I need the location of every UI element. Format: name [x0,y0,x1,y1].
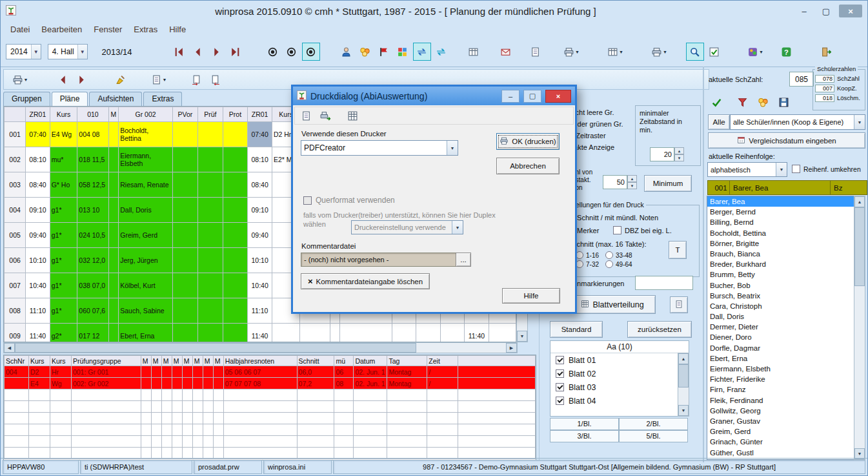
groups-button[interactable] [357,43,374,60]
mode-plan-a-button[interactable] [265,43,281,60]
nav-last-button[interactable] [227,43,244,60]
exam-row[interactable] [5,413,536,424]
exam-row[interactable]: 004D2Hr001: Gr 00105 06 06 0706,00602. J… [5,366,536,378]
blatt-item[interactable]: Blatt 03 [550,380,678,394]
schedule-cell[interactable]: 11:40 [26,324,50,343]
schedule-cell[interactable]: g1* [50,248,77,273]
tab-pläne[interactable]: Pläne [52,92,88,107]
stepper-up-icon[interactable]: ▲ [674,147,684,154]
menu-item-hilfe[interactable]: Hilfe [163,23,192,36]
menu-item-bearbeiten[interactable]: Bearbeiten [35,23,88,36]
schedule-cell[interactable]: 11:10 [26,298,50,324]
close-button[interactable]: × [839,5,862,17]
takte-radio[interactable]: 49-64 [605,260,632,269]
printer-select[interactable]: PDFCreator▼ [301,140,458,156]
stepper-down-icon[interactable]: ▼ [674,154,684,161]
schedule-cell[interactable] [197,122,223,147]
schedule-cell[interactable] [172,198,197,223]
schedule-cell[interactable]: 003 [5,172,26,198]
scroll-right-icon[interactable]: ▶ [506,343,517,353]
checkbox-icon[interactable] [556,356,564,364]
schedule-cell[interactable] [172,223,197,248]
schedule-cell[interactable] [172,324,197,343]
exit-button[interactable] [818,43,835,60]
design-button[interactable]: ▼ [743,43,768,60]
schedule-cell[interactable]: g1* [50,298,77,324]
scroll-down-icon[interactable]: ▼ [678,405,689,416]
dialog-close-button[interactable]: × [545,90,571,103]
radio-icon[interactable] [605,251,613,259]
student-list-item[interactable]: Ebert, Erna [707,353,855,364]
clean-button[interactable] [112,71,128,88]
students-button[interactable] [338,43,355,60]
per-sheet-button[interactable]: 5/Bl. [619,430,688,442]
nav-first-button[interactable] [171,43,188,60]
schedule-cell[interactable]: 10:10 [26,248,50,273]
schedule-cell[interactable] [197,324,223,343]
markierung-field[interactable] [635,276,693,290]
exam-row[interactable] [5,401,536,413]
minimize-button[interactable]: – [795,5,813,17]
schedule-cell[interactable]: 09:10 [248,198,272,223]
tab-gruppen[interactable]: Gruppen [3,92,50,106]
schedule-cell[interactable]: 10:40 [248,273,272,298]
schedule-cell[interactable]: 09:40 [248,223,272,248]
schedule-cell[interactable]: 002 [5,147,26,172]
schedule-cell[interactable] [108,298,119,324]
dialog-minimize-button[interactable]: – [501,90,520,103]
querformat-checkbox[interactable]: Querformat verwenden [303,196,395,205]
kommentar-field[interactable]: - (noch) nicht vorgesehen - [301,253,458,267]
schedule-cell[interactable]: 09:40 [26,223,50,248]
schedule-cell[interactable]: E4 Wg [50,122,77,147]
schedule-cell[interactable] [223,248,248,273]
standard-button[interactable]: Standard [550,321,603,338]
dbz-checkbox[interactable]: DBZ bei eig. L. [613,226,672,234]
hall-select[interactable]: 4. Hall▼ [48,44,88,59]
mode-plan-b-button[interactable] [283,43,300,60]
schedule-cell[interactable] [223,122,248,147]
student-list-item[interactable]: Firn, Franz [707,384,855,395]
order-select[interactable]: alphabetisch▼ [707,162,787,177]
maximize-button[interactable]: ▢ [817,5,835,17]
schedule-cell[interactable] [489,324,516,343]
delete-comment-button[interactable]: × Kommentardateiangabe löschen [301,273,430,289]
student-list-item[interactable]: Billing, Bernd [707,217,855,227]
blatt-item[interactable]: Blatt 02 [550,367,678,380]
checkbox-icon[interactable] [556,369,564,378]
dlg-print-export-button[interactable] [317,107,334,124]
exam-row[interactable] [5,436,536,448]
help-button[interactable]: ? [778,43,795,60]
schedule-cell[interactable] [108,147,119,172]
menu-item-datei[interactable]: Datei [5,23,35,36]
schedule-cell[interactable]: 11:10 [248,298,272,324]
schedule-cell[interactable]: 006 [5,248,26,273]
mode-plan-c-button[interactable] [302,43,320,61]
student-list-item[interactable]: Brumm, Betty [707,269,855,280]
schedule-cell[interactable] [197,273,223,298]
schedule-cell[interactable] [172,147,197,172]
schedule-cell[interactable]: 09:10 [26,198,50,223]
tab-extras[interactable]: Extras [143,92,182,106]
preview-button[interactable] [686,43,704,61]
student-list-item[interactable]: Bucher, Bob [707,280,855,291]
menu-item-fenster[interactable]: Fenster [88,23,128,36]
dialog-title-bar[interactable]: Druckdialog (AbiAuswertung) – ▢ × [293,87,575,105]
schedule-cell[interactable] [392,324,416,343]
nav-prev-button[interactable] [190,43,207,60]
year-select[interactable]: 2014▼ [6,44,41,59]
t-button[interactable]: T [669,241,687,259]
blatt-scrollbar[interactable]: ▲ ▼ [678,353,689,417]
dlg-report-button[interactable] [298,107,314,124]
student-list-item[interactable]: Graner, Gustav [707,416,855,426]
schedule-cell[interactable] [108,122,119,147]
per-sheet-button[interactable]: 2/Bl. [619,418,688,430]
page-import-button[interactable] [188,71,205,88]
schedule-cell[interactable]: 07:40 [26,122,50,147]
schedule-cell[interactable] [172,172,197,198]
student-cell[interactable]: Sauch, Sabine [119,298,173,324]
student-list-item[interactable]: Börner, Brigitte [707,238,855,249]
schedule-cell[interactable] [272,324,300,343]
koop-button[interactable] [754,94,771,110]
schedule-cell[interactable] [108,172,119,198]
flag-button[interactable] [376,43,392,60]
